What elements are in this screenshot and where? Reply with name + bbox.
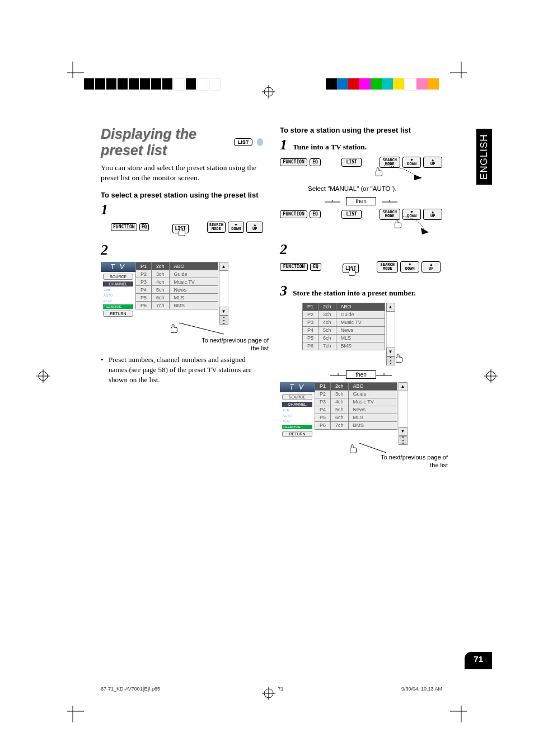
step-2-number: 2 xyxy=(280,241,442,258)
svg-line-20 xyxy=(179,323,224,334)
registration-color-bars xyxy=(326,78,439,91)
play-label: PLAY xyxy=(103,299,133,303)
auto-label: AUTO xyxy=(282,414,312,418)
play-label: PLAY xyxy=(282,419,312,424)
preset-list-screen: T V SOURCE CHANNEL 3 ch AUTO PLAY FILEMO… xyxy=(101,262,263,325)
crop-mark-icon xyxy=(62,62,84,84)
preset-table: P12chABO P23chGuide P34chMusic TV P45chN… xyxy=(315,382,397,430)
step-1-row: 1 Tune into a TV station. xyxy=(280,137,442,153)
pointing-hand-icon xyxy=(393,352,405,364)
scroll-up-button: ▲ xyxy=(399,382,407,391)
table-row: P45chNews xyxy=(136,286,218,294)
registration-mark-icon xyxy=(36,369,50,383)
crop-mark-icon xyxy=(450,700,472,722)
return-button: RETURN xyxy=(282,431,312,437)
registration-mark-icon xyxy=(262,85,275,98)
section-title-text: Displaying the preset list xyxy=(101,126,229,158)
table-row: P34chMusic TV xyxy=(303,318,385,326)
preset-scrollbar: ▲ ▼ ⋮ xyxy=(219,262,228,325)
table-row: P45chNews xyxy=(315,406,397,414)
page: ENGLISH Displaying the preset list LIST … xyxy=(0,0,534,756)
remote-buttons-row: FUNCTION EQ LIST SEARCH MODE ▼DOWN ▲UP xyxy=(280,261,442,273)
channel-info: 3 ch xyxy=(103,288,133,292)
section-title: Displaying the preset list LIST xyxy=(101,126,263,158)
registration-mark-icon xyxy=(484,369,498,383)
table-row: P67chBMS xyxy=(315,421,397,429)
search-mode-button: SEARCH MODE xyxy=(377,261,398,273)
table-row: P56chMLS xyxy=(136,294,218,302)
then-connector: then xyxy=(280,195,442,205)
caption-next-prev: To next/previous page of the list xyxy=(381,454,448,469)
down-button: ▼DOWN xyxy=(228,222,245,233)
down-button: ▼DOWN xyxy=(400,261,419,273)
crop-mark-icon xyxy=(450,62,472,84)
remote-buttons-row: FUNCTION EQ LIST SEARCH MODE ▼DOWN ▲UP xyxy=(111,222,263,233)
eq-button: EQ xyxy=(310,210,321,218)
sub-heading-store: To store a station using the preset list xyxy=(280,126,442,134)
function-button: FUNCTION xyxy=(280,263,308,271)
sub-heading-select: To select a preset station using the pre… xyxy=(101,191,263,199)
then-connector: then xyxy=(280,369,442,379)
step-1-number: 1 xyxy=(101,201,263,218)
return-button: RETURN xyxy=(103,311,133,317)
scroll-up-button: ▲ xyxy=(219,262,228,271)
function-button: FUNCTION xyxy=(111,223,137,231)
footer-file: 67-71_KD-AV7001[E]f.p65 xyxy=(101,686,160,692)
bullet-note: Preset numbers, channel numbers and assi… xyxy=(101,355,263,384)
table-row: P67chBMS xyxy=(303,342,385,350)
footer: 67-71_KD-AV7001[E]f.p65 71 9/30/04, 10:1… xyxy=(101,686,442,692)
registration-black-bars xyxy=(84,78,222,91)
function-button: FUNCTION xyxy=(280,158,307,166)
pointing-hand-icon xyxy=(176,226,188,238)
language-tab: ENGLISH xyxy=(476,129,492,185)
list-button: LIST xyxy=(341,210,362,219)
page-number: 71 xyxy=(465,652,492,669)
caption-next-prev: To next/previous page of the list xyxy=(202,337,269,353)
step-3-row: 3 Store the station into a preset number… xyxy=(280,283,442,299)
pointer-line xyxy=(179,320,229,337)
function-button: FUNCTION xyxy=(280,210,307,218)
circle-marker-icon xyxy=(257,138,263,146)
svg-marker-21 xyxy=(414,175,422,180)
table-row: P67chBMS xyxy=(136,302,218,309)
eq-button: EQ xyxy=(139,223,149,231)
search-mode-button: SEARCH MODE xyxy=(207,222,226,233)
svg-marker-26 xyxy=(421,228,429,234)
source-button: SOURCE xyxy=(103,274,133,280)
scroll-up-button: ▲ xyxy=(386,303,395,312)
footer-page: 71 xyxy=(278,686,283,692)
preset-sidebar: T V SOURCE CHANNEL 3 ch AUTO PLAY FILEMO… xyxy=(101,262,135,318)
footer-date: 9/30/04, 10:13 AM xyxy=(401,686,442,692)
crop-mark-icon xyxy=(62,700,84,722)
table-row: P56chMLS xyxy=(303,334,385,342)
auto-label: AUTO xyxy=(103,293,133,298)
list-badge: LIST xyxy=(234,138,253,146)
channel-label: CHANNEL xyxy=(282,402,312,407)
step-1-text: Tune into a TV station. xyxy=(293,143,367,152)
preset-sidebar-header: T V xyxy=(280,382,315,392)
table-row: P23chGuide xyxy=(136,270,218,278)
preset-scrollbar: ▲ ▼ ⋮ xyxy=(399,382,407,445)
up-button: ▲UP xyxy=(246,222,263,233)
svg-line-31 xyxy=(359,443,386,453)
eq-button: EQ xyxy=(310,263,321,271)
table-row: P34chMusic TV xyxy=(136,278,218,286)
pointing-hand-icon xyxy=(346,265,358,278)
filemovie-label: FILEMOVIE xyxy=(103,304,133,309)
list-button: LIST xyxy=(341,158,362,167)
table-row: P12chABO xyxy=(315,382,397,390)
scroll-drag-handle: ⋮ xyxy=(399,436,407,445)
up-button: ▲UP xyxy=(421,261,441,273)
right-column: To store a station using the preset list… xyxy=(280,126,442,474)
preset-sidebar: T V SOURCE CHANNEL 3 ch AUTO PLAY FILEMO… xyxy=(280,382,315,439)
dotted-arrow-2 xyxy=(386,215,431,236)
source-button: SOURCE xyxy=(282,394,312,400)
table-row: P12chABO xyxy=(303,303,385,311)
pointing-hand-icon xyxy=(168,322,180,335)
preset-sidebar-header: T V xyxy=(101,262,135,272)
then-label: then xyxy=(346,370,376,379)
pointing-hand-icon xyxy=(347,443,359,455)
table-row: P56chMLS xyxy=(315,414,397,421)
preset-list-screen: T V SOURCE CHANNEL 3 ch AUTO PLAY FILEMO… xyxy=(280,382,442,445)
filemovie-label: FILEMOVIE xyxy=(282,425,312,429)
